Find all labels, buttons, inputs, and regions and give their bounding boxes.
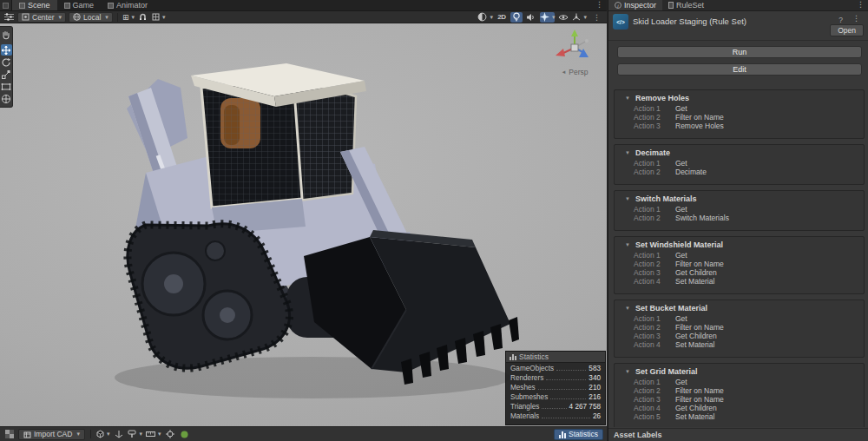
cad-box-icon xyxy=(23,431,31,438)
lighting-toggle[interactable] xyxy=(510,12,523,23)
effects-dropdown[interactable]: ▾ xyxy=(540,12,556,23)
asset-labels-bar[interactable]: Asset Labels xyxy=(608,428,868,441)
measure-tool-dropdown[interactable]: ▾ xyxy=(146,429,161,440)
crosshair-tool-icon[interactable] xyxy=(164,429,175,440)
action-value: Get xyxy=(675,378,687,386)
rule-sections: ▼Remove HolesAction 1GetAction 2Filter o… xyxy=(614,89,865,427)
panel-menu-icon[interactable]: ⋮ xyxy=(853,0,868,10)
action-row: Action 2Decimate xyxy=(615,168,864,176)
status-ok-icon[interactable] xyxy=(179,429,190,440)
transform-tool[interactable] xyxy=(1,93,12,104)
action-value: Filter on Name xyxy=(675,260,724,268)
tab-scene[interactable]: Scene xyxy=(12,0,57,10)
shading-mode-dropdown[interactable]: ▾ xyxy=(477,12,493,23)
leader-dots xyxy=(542,418,590,418)
tab-game[interactable]: Game xyxy=(57,0,102,10)
scene-visibility-toggle[interactable] xyxy=(557,12,569,23)
game-tab-icon xyxy=(64,3,70,9)
action-label: Action 3 xyxy=(634,395,675,404)
statistics-toggle-button[interactable]: Statistics xyxy=(554,429,603,440)
action-label: Action 5 xyxy=(634,412,675,421)
view-hand-tool[interactable] xyxy=(1,29,12,40)
gizmos-dropdown[interactable]: ▾ xyxy=(572,12,587,23)
2d-toggle[interactable]: 2D xyxy=(496,12,508,23)
window-menu-icon[interactable] xyxy=(0,0,12,10)
rule-section-title: Decimate xyxy=(635,148,670,157)
grid-snap-dropdown[interactable]: ⊞ ▾ xyxy=(122,12,135,23)
inspector-tab-bar: i Inspector RuleSet ⋮ xyxy=(608,0,868,11)
action-value: Get Children xyxy=(675,268,717,277)
pivot-icon xyxy=(22,13,30,21)
scene-window-menu-icon[interactable]: ⋮ xyxy=(592,0,607,10)
paint-icon xyxy=(128,430,136,438)
run-button[interactable]: Run xyxy=(617,46,862,58)
statistics-title: Statistics xyxy=(519,352,549,361)
rule-section-header[interactable]: ▼Remove Holes xyxy=(615,91,864,104)
snap-toggle-button[interactable] xyxy=(137,12,149,23)
bottom-toolbar: Import CAD ▾ ▾ ▾ ▾ Statistics xyxy=(0,426,607,441)
projection-label[interactable]: ◄ Persp xyxy=(548,68,602,76)
orientation-dropdown[interactable]: Local ▾ xyxy=(69,12,113,23)
audio-toggle[interactable] xyxy=(525,12,537,23)
scene-view-menu-icon[interactable]: ⋮ xyxy=(589,13,604,22)
header-divider xyxy=(608,40,868,41)
context-menu-icon[interactable]: ⋮ xyxy=(849,14,864,23)
edit-button[interactable]: Edit xyxy=(617,63,862,76)
rule-section-header[interactable]: ▼Decimate xyxy=(615,146,864,159)
tab-animator[interactable]: Animator xyxy=(101,0,155,10)
rule-section-title: Set Windshield Material xyxy=(635,240,723,249)
axis-gizmo-icon xyxy=(549,29,600,67)
action-value: Set Material xyxy=(675,412,714,421)
action-label: Action 4 xyxy=(634,340,675,349)
stat-value: 4 267 758 xyxy=(569,403,601,411)
scene-viewport[interactable]: ◄ Persp Statistics GameObjects583Rendere… xyxy=(0,23,607,426)
leader-dots xyxy=(538,389,587,390)
animator-tab-icon xyxy=(108,3,114,9)
rule-section-header[interactable]: ▼Switch Materials xyxy=(615,192,864,205)
checker-icon[interactable] xyxy=(3,429,15,440)
caret-icon: ▾ xyxy=(158,431,161,438)
scale-tool[interactable] xyxy=(1,69,12,80)
action-value: Get Children xyxy=(675,404,717,412)
cube-tool-dropdown[interactable]: ▾ xyxy=(96,429,110,440)
foldout-arrow-icon: ▼ xyxy=(625,150,630,155)
tab-ruleset[interactable]: RuleSet xyxy=(662,0,710,10)
rule-section-title: Set Grid Material xyxy=(635,367,698,376)
rect-tool[interactable] xyxy=(1,81,12,92)
axes-tool-icon[interactable] xyxy=(113,429,124,440)
paint-tool-dropdown[interactable]: ▾ xyxy=(128,429,142,440)
rule-section: ▼Remove HolesAction 1GetAction 2Filter o… xyxy=(614,89,865,139)
rule-section-header[interactable]: ▼Set Grid Material xyxy=(615,365,864,378)
help-icon[interactable]: ? xyxy=(837,14,845,24)
ruleset-asset-icon: </> xyxy=(613,14,628,30)
action-value: Get xyxy=(675,251,687,260)
leader-dots xyxy=(546,379,586,380)
action-label: Action 2 xyxy=(634,168,675,176)
action-label: Action 1 xyxy=(634,159,675,168)
rule-section-header[interactable]: ▼Set Bucket Material xyxy=(615,301,864,314)
stat-value: 583 xyxy=(589,365,601,372)
action-row: Action 1Get xyxy=(615,159,864,168)
move-tool[interactable] xyxy=(1,44,12,56)
snap-settings-dropdown[interactable]: ▾ xyxy=(152,12,166,23)
rule-section-header[interactable]: ▼Set Windshield Material xyxy=(615,238,864,251)
rule-section-title: Switch Materials xyxy=(635,194,697,203)
action-row: Action 2Filter on Name xyxy=(615,386,864,395)
stat-value: 26 xyxy=(593,412,601,420)
tool-settings-icon[interactable] xyxy=(3,12,15,23)
asset-title: Skid Loader Staging (Rule Set) xyxy=(633,14,832,26)
tab-label: Scene xyxy=(28,1,50,10)
open-button[interactable]: Open xyxy=(830,24,864,36)
stat-label: Materials xyxy=(510,412,539,420)
scale-icon xyxy=(1,69,11,80)
tab-inspector[interactable]: i Inspector xyxy=(608,0,662,10)
statistics-row: Renderers340 xyxy=(506,374,605,384)
import-cad-button[interactable]: Import CAD ▾ xyxy=(18,429,85,440)
statistics-rows: GameObjects583Renderers340Meshes210Subme… xyxy=(506,363,605,425)
foldout-arrow-icon: ▼ xyxy=(625,306,630,311)
orientation-gizmo[interactable]: ◄ Persp xyxy=(548,29,602,76)
pivot-mode-dropdown[interactable]: Center ▾ xyxy=(17,12,66,23)
rotate-tool[interactable] xyxy=(1,56,12,68)
action-value: Get xyxy=(675,314,687,323)
move-icon xyxy=(1,45,11,56)
